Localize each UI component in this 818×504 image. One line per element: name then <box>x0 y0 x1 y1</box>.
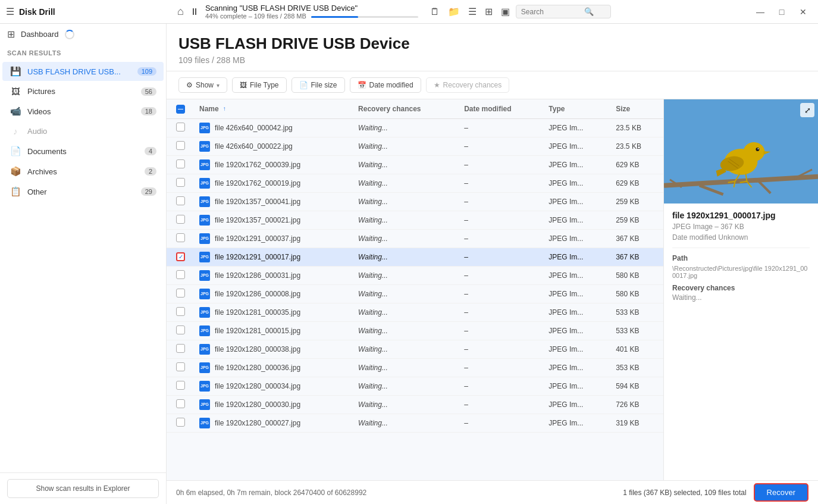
svg-point-7 <box>743 142 764 161</box>
recover-button[interactable]: Recover <box>754 483 808 502</box>
row-checkbox[interactable] <box>176 141 185 150</box>
panel-icon[interactable]: ▣ <box>501 6 510 17</box>
file-type-badge: JPG <box>199 381 210 392</box>
search-box[interactable]: 🔍 <box>516 5 611 18</box>
recovery-chances-filter-button[interactable]: ★ Recovery chances <box>426 77 510 93</box>
row-checkbox[interactable] <box>176 159 185 168</box>
table-row[interactable]: JPGfile 1920x1286_000008.jpgWaiting...–J… <box>167 284 663 303</box>
grid-icon[interactable]: ⊞ <box>485 6 493 17</box>
home-icon[interactable]: ⌂ <box>177 5 184 18</box>
close-button[interactable]: ✕ <box>794 3 812 21</box>
name-header[interactable]: Name ↑ <box>192 99 351 118</box>
minimize-button[interactable]: — <box>751 3 769 21</box>
file-icon[interactable]: 🗒 <box>430 7 440 17</box>
size-cell: 580 KB <box>609 284 663 303</box>
file-name-cell: JPGfile 1920x1291_000037.jpg <box>192 229 351 248</box>
type-header[interactable]: Type <box>541 99 609 118</box>
file-size-filter-button[interactable]: 📄 File size <box>292 77 345 93</box>
scan-progress-text: 44% complete – 109 files / 288 MB <box>205 12 306 20</box>
table-row[interactable]: JPGfile 1920x1291_000017.jpgWaiting...–J… <box>167 248 663 266</box>
titlebar-left: ☰ Disk Drill <box>6 6 173 17</box>
recovery-header[interactable]: Recovery chances <box>351 99 457 118</box>
recovery-cell: Waiting... <box>351 211 457 229</box>
file-name-cell: JPGfile 1920x1280_000030.jpg <box>192 395 351 414</box>
file-name-cell: JPGfile 1920x1357_000021.jpg <box>192 211 351 229</box>
preview-recovery-value: Waiting... <box>672 293 810 302</box>
sidebar-item-usb[interactable]: 💾 USB FLASH DRIVE USB... 109 <box>2 62 164 81</box>
file-type-badge: JPG <box>199 344 210 355</box>
table-row[interactable]: JPGfile 1920x1762_000039.jpgWaiting...–J… <box>167 155 663 174</box>
file-name: file 1920x1357_000021.jpg <box>215 216 300 224</box>
file-type-badge: JPG <box>199 215 210 226</box>
date-modified-filter-button[interactable]: 📅 Date modified <box>350 77 421 93</box>
date-cell: – <box>457 266 541 284</box>
row-checkbox[interactable] <box>176 215 185 224</box>
search-input[interactable] <box>521 8 581 16</box>
row-checkbox[interactable] <box>176 196 185 205</box>
table-row[interactable]: JPGfile 426x640_000042.jpgWaiting...–JPE… <box>167 118 663 137</box>
row-checkbox[interactable] <box>176 123 185 132</box>
table-row[interactable]: JPGfile 1920x1280_000036.jpgWaiting...–J… <box>167 358 663 377</box>
menu-icon[interactable]: ☰ <box>6 6 14 17</box>
table-row[interactable]: JPGfile 1920x1357_000041.jpgWaiting...–J… <box>167 192 663 211</box>
row-checkbox[interactable] <box>176 289 185 298</box>
select-all-header[interactable] <box>167 99 192 118</box>
row-checkbox[interactable] <box>176 307 185 316</box>
table-row[interactable]: JPGfile 426x640_000022.jpgWaiting...–JPE… <box>167 137 663 155</box>
sidebar-item-other[interactable]: 📋 Other 29 <box>2 182 164 201</box>
table-row[interactable]: JPGfile 1920x1281_000035.jpgWaiting...–J… <box>167 303 663 321</box>
table-row[interactable]: JPGfile 1920x1280_000038.jpgWaiting...–J… <box>167 340 663 358</box>
show-filter-button[interactable]: ⚙ Show ▾ <box>178 77 227 93</box>
row-checkbox[interactable] <box>176 178 185 187</box>
dashboard-label: Dashboard <box>21 30 59 39</box>
maximize-button[interactable]: □ <box>773 3 791 21</box>
table-row[interactable]: JPGfile 1920x1280_000034.jpgWaiting...–J… <box>167 377 663 395</box>
folder-icon[interactable]: 📁 <box>448 6 460 17</box>
row-checkbox[interactable] <box>176 381 185 390</box>
sidebar-item-archives[interactable]: 📦 Archives 2 <box>2 162 164 181</box>
table-row[interactable]: JPGfile 1920x1281_000015.jpgWaiting...–J… <box>167 321 663 340</box>
table-row[interactable]: JPGfile 1920x1762_000019.jpgWaiting...–J… <box>167 174 663 192</box>
sidebar-item-audio[interactable]: ♪ Audio <box>2 122 164 140</box>
preview-panel: ⤢ file 1920x1291_000017.jpg JPEG Image –… <box>663 99 818 480</box>
row-checkbox[interactable] <box>176 270 185 279</box>
date-header[interactable]: Date modified <box>457 99 541 118</box>
list-icon[interactable]: ☰ <box>468 6 477 17</box>
row-checkbox[interactable] <box>176 233 185 242</box>
sidebar-item-videos[interactable]: 📹 Videos 18 <box>2 102 164 121</box>
sidebar-item-archives-badge: 2 <box>145 167 156 176</box>
select-all-checkbox[interactable] <box>176 105 185 114</box>
file-type-badge: JPG <box>199 196 210 207</box>
size-header[interactable]: Size <box>609 99 663 118</box>
pause-icon[interactable]: ⏸ <box>190 7 199 17</box>
show-filter-label: Show <box>196 81 214 89</box>
table-row[interactable]: JPGfile 1920x1280_000030.jpgWaiting...–J… <box>167 395 663 414</box>
size-cell: 401 KB <box>609 340 663 358</box>
table-row[interactable]: JPGfile 1920x1357_000021.jpgWaiting...–J… <box>167 211 663 229</box>
type-cell: JPEG Im... <box>541 266 609 284</box>
sidebar-item-documents[interactable]: 📄 Documents 4 <box>2 142 164 161</box>
size-cell: 629 KB <box>609 174 663 192</box>
row-checkbox[interactable] <box>176 399 185 408</box>
show-explorer-button[interactable]: Show scan results in Explorer <box>7 479 159 498</box>
table-row[interactable]: JPGfile 1920x1286_000031.jpgWaiting...–J… <box>167 266 663 284</box>
row-checkbox[interactable] <box>176 325 185 334</box>
row-checkbox[interactable] <box>176 344 185 353</box>
row-checkbox[interactable] <box>176 252 185 261</box>
sidebar-item-pictures[interactable]: 🖼 Pictures 56 <box>2 82 164 101</box>
file-table-container[interactable]: Name ↑ Recovery chances Date modified Ty… <box>167 99 663 480</box>
sidebar-item-dashboard[interactable]: ⊞ Dashboard <box>0 24 166 45</box>
type-cell: JPEG Im... <box>541 377 609 395</box>
titlebar: ☰ Disk Drill ⌂ ⏸ Scanning "USB FLASH DRI… <box>0 0 818 24</box>
preview-expand-button[interactable]: ⤢ <box>800 103 814 117</box>
table-row[interactable]: JPGfile 1920x1291_000037.jpgWaiting...–J… <box>167 229 663 248</box>
file-type-filter-button[interactable]: 🖼 File Type <box>232 77 286 93</box>
size-cell: 726 KB <box>609 395 663 414</box>
recovery-cell: Waiting... <box>351 377 457 395</box>
date-cell: – <box>457 340 541 358</box>
row-checkbox[interactable] <box>176 362 185 371</box>
app-body: ⊞ Dashboard Scan results 💾 USB FLASH DRI… <box>0 24 818 504</box>
row-checkbox[interactable] <box>176 418 185 427</box>
table-row[interactable]: JPGfile 1920x1280_000027.jpgWaiting...–J… <box>167 414 663 432</box>
date-cell: – <box>457 284 541 303</box>
